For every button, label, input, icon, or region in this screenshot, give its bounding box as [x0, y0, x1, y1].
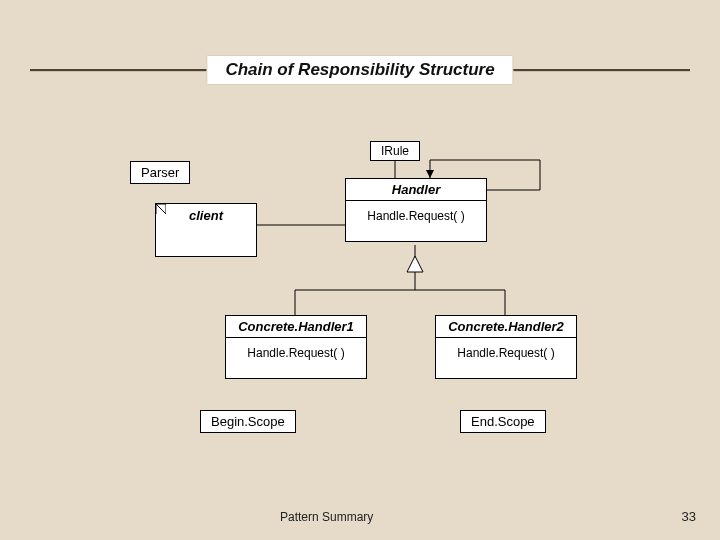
svg-marker-8: [426, 170, 434, 178]
svg-line-0: [156, 204, 166, 214]
client-name: client: [156, 204, 256, 223]
handler-name: Handler: [346, 179, 486, 201]
begin-scope-label: Begin.Scope: [200, 410, 296, 433]
handler-op: Handle.Request( ): [346, 201, 486, 241]
footer-caption: Pattern Summary: [280, 510, 373, 524]
end-scope-label: End.Scope: [460, 410, 546, 433]
concrete-handler-1-op: Handle.Request( ): [226, 338, 366, 378]
concrete-handler-1-name: Concrete.Handler1: [226, 316, 366, 338]
concrete-handler-2-op: Handle.Request( ): [436, 338, 576, 378]
concrete-handler-2-name: Concrete.Handler2: [436, 316, 576, 338]
note-fold-icon: [156, 204, 166, 214]
concrete-handler-1-class: Concrete.Handler1 Handle.Request( ): [225, 315, 367, 379]
page-number: 33: [682, 509, 696, 524]
handler-class: Handler Handle.Request( ): [345, 178, 487, 242]
parser-label: Parser: [130, 161, 190, 184]
client-box: client: [155, 203, 257, 257]
irule-label: IRule: [370, 141, 420, 161]
page-title: Chain of Responsibility Structure: [206, 55, 513, 85]
svg-marker-10: [407, 256, 423, 272]
concrete-handler-2-class: Concrete.Handler2 Handle.Request( ): [435, 315, 577, 379]
